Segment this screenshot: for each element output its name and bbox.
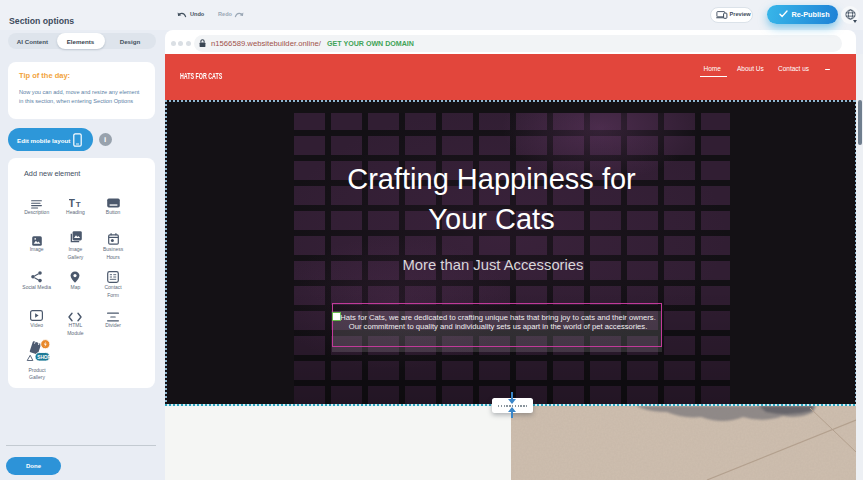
svg-text:T: T: [69, 198, 76, 208]
svg-text:SHOP: SHOP: [37, 355, 51, 360]
svg-text:T: T: [76, 200, 81, 208]
